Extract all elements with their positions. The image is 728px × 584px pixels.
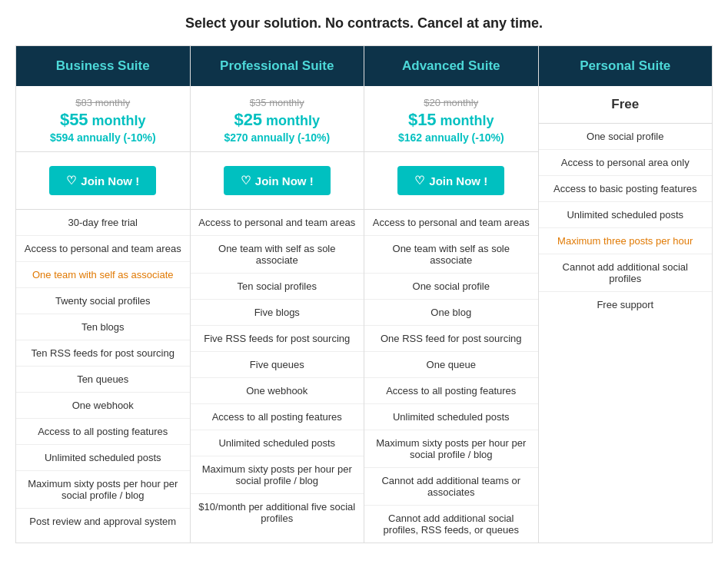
feature-advanced-2: One social profile (364, 274, 538, 300)
feature-advanced-8: Maximum sixty posts per hour per social … (364, 430, 538, 468)
price-monthly-business: $55 monthly (24, 110, 182, 130)
feature-personal-2: Access to basic posting features (539, 176, 713, 202)
feature-advanced-9: Cannot add additional teams or associate… (364, 468, 538, 506)
col-advanced: Advanced Suite$20 monthly$15 monthly$162… (364, 46, 539, 543)
feature-professional-5: Five queues (191, 352, 364, 378)
price-annual-advanced: $162 annually (-10%) (372, 131, 530, 144)
join-button-business[interactable]: ♡ Join Now ! (49, 166, 156, 195)
feature-business-9: Unlimited scheduled posts (16, 445, 190, 471)
feature-business-4: Ten blogs (16, 314, 190, 340)
feature-professional-1: One team with self as sole associate (191, 236, 364, 274)
feature-business-1: Access to personal and team areas (16, 236, 190, 262)
btn-block-business: ♡ Join Now ! (16, 152, 190, 210)
header-personal: Personal Suite (539, 46, 713, 86)
heart-icon-advanced: ♡ (414, 174, 424, 187)
feature-business-8: Access to all posting features (16, 419, 190, 445)
price-original-business: $83 monthly (24, 97, 182, 108)
feature-personal-5: Cannot add additional social profiles (539, 254, 713, 292)
pricing-table: Business Suite$83 monthly$55 monthly$594… (15, 45, 713, 543)
feature-professional-6: One webhook (191, 378, 364, 404)
feature-business-7: One webhook (16, 393, 190, 419)
page-title: Select your solution. No contracts. Canc… (15, 15, 713, 32)
feature-advanced-0: Access to personal and team areas (364, 210, 538, 236)
btn-block-advanced: ♡ Join Now ! (364, 152, 538, 210)
feature-personal-3: Unlimited scheduled posts (539, 202, 713, 228)
price-block-advanced: $20 monthly$15 monthly$162 annually (-10… (364, 86, 538, 152)
price-monthly-professional: $25 monthly (198, 110, 357, 130)
feature-professional-3: Five blogs (191, 300, 364, 326)
feature-advanced-7: Unlimited scheduled posts (364, 404, 538, 430)
feature-professional-8: Unlimited scheduled posts (191, 430, 364, 456)
feature-business-2: One team with self as associate (16, 262, 190, 288)
header-advanced: Advanced Suite (364, 46, 538, 86)
join-button-advanced[interactable]: ♡ Join Now ! (397, 166, 504, 195)
feature-business-3: Twenty social profiles (16, 288, 190, 314)
price-annual-business: $594 annually (-10%) (24, 131, 182, 144)
feature-personal-6: Free support (539, 292, 713, 317)
btn-block-professional: ♡ Join Now ! (191, 152, 364, 210)
header-professional: Professional Suite (191, 46, 364, 86)
feature-advanced-6: Access to all posting features (364, 378, 538, 404)
col-professional: Professional Suite$35 monthly$25 monthly… (191, 46, 365, 543)
heart-icon-business: ♡ (66, 174, 76, 187)
price-monthly-advanced: $15 monthly (372, 110, 530, 130)
feature-advanced-5: One queue (364, 352, 538, 378)
feature-professional-0: Access to personal and team areas (191, 210, 364, 236)
feature-business-0: 30-day free trial (16, 210, 190, 236)
feature-advanced-4: One RSS feed for post sourcing (364, 326, 538, 352)
feature-personal-1: Access to personal area only (539, 150, 713, 176)
feature-advanced-10: Cannot add additional social profiles, R… (364, 506, 538, 543)
price-original-professional: $35 monthly (198, 97, 357, 108)
price-original-advanced: $20 monthly (372, 97, 530, 108)
header-business: Business Suite (16, 46, 190, 86)
feature-personal-4: Maximum three posts per hour (539, 228, 713, 254)
feature-professional-4: Five RSS feeds for post sourcing (191, 326, 364, 352)
feature-advanced-3: One blog (364, 300, 538, 326)
price-annual-professional: $270 annually (-10%) (198, 131, 357, 144)
col-personal: Personal SuiteFreeOne social profileAcce… (539, 46, 713, 543)
feature-business-11: Post review and approval system (16, 509, 190, 534)
feature-personal-0: One social profile (539, 124, 713, 150)
free-label-personal: Free (539, 86, 713, 124)
feature-business-5: Ten RSS feeds for post sourcing (16, 340, 190, 367)
feature-advanced-1: One team with self as sole associate (364, 236, 538, 274)
col-business: Business Suite$83 monthly$55 monthly$594… (16, 46, 191, 543)
feature-professional-7: Access to all posting features (191, 404, 364, 430)
feature-professional-9: Maximum sixty posts per hour per social … (191, 456, 364, 494)
heart-icon-professional: ♡ (241, 174, 251, 187)
feature-professional-2: Ten social profiles (191, 274, 364, 300)
feature-business-6: Ten queues (16, 367, 190, 393)
feature-professional-10: $10/month per additional five social pro… (191, 494, 364, 531)
price-block-professional: $35 monthly$25 monthly$270 annually (-10… (191, 86, 364, 152)
price-block-business: $83 monthly$55 monthly$594 annually (-10… (16, 86, 190, 152)
feature-business-10: Maximum sixty posts per hour per social … (16, 471, 190, 509)
join-button-professional[interactable]: ♡ Join Now ! (224, 166, 331, 195)
